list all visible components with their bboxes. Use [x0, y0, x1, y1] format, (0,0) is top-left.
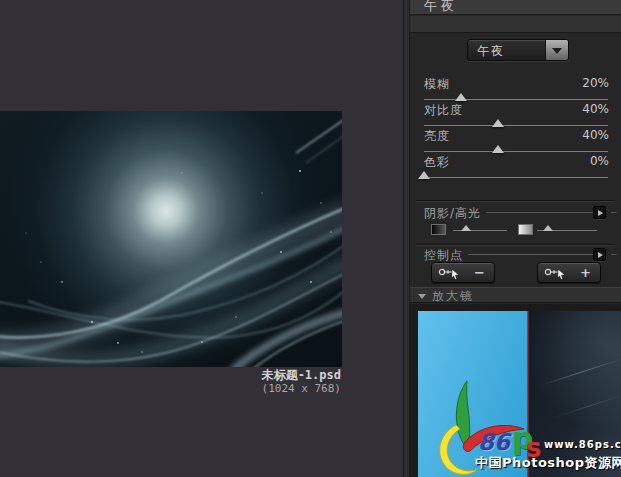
slider-row-color: 色彩 0%	[410, 154, 621, 180]
slider-row-blur: 模糊 20%	[410, 76, 621, 102]
slider-track[interactable]	[424, 145, 608, 153]
shadow-swatch	[431, 224, 446, 235]
minus-icon: −	[474, 265, 485, 280]
control-point-icon	[544, 266, 570, 280]
panel-title-strip	[410, 16, 621, 33]
file-name: 未标题-1.psd	[0, 369, 341, 382]
magnifier-label: 放大镜	[432, 288, 474, 305]
slider-label: 亮度	[424, 128, 450, 145]
chevron-right-icon	[598, 210, 603, 216]
slider-label: 对比度	[424, 102, 463, 119]
remove-control-point-button[interactable]: −	[431, 262, 495, 283]
file-caption: 未标题-1.psd (1024 x 768)	[0, 369, 341, 395]
watermark-86: 86	[478, 429, 510, 455]
slider-track[interactable]	[424, 171, 608, 179]
slider-value: 40%	[582, 102, 609, 116]
slider-handle[interactable]	[418, 171, 430, 179]
light-wisps-art	[0, 111, 342, 367]
slider-value: 40%	[582, 128, 609, 142]
chevron-down-icon	[552, 48, 562, 54]
watermark-url: www.86ps.com	[544, 439, 621, 450]
watermark-site-name: 中国Photoshop资源网	[475, 454, 621, 472]
slider-value: 20%	[582, 76, 609, 90]
panel-content: 午夜 午夜 模糊 20% 对比度 40%	[410, 0, 621, 477]
settings-panel: 午夜 午夜 模糊 20% 对比度 40%	[403, 0, 621, 477]
preset-dropdown-button[interactable]	[545, 40, 568, 60]
loupe-image-half	[528, 311, 621, 477]
slider-handle[interactable]	[492, 119, 504, 127]
shadow-highlight-expand-button[interactable]	[593, 206, 606, 219]
highlight-swatch	[518, 224, 533, 235]
highlight-slider-handle[interactable]	[543, 225, 553, 231]
panel-gutter[interactable]	[403, 0, 410, 477]
panel-title-bar: 午夜	[410, 0, 621, 15]
slider-handle[interactable]	[492, 145, 504, 153]
shadow-slider-handle[interactable]	[461, 225, 471, 231]
chevron-right-icon	[598, 252, 603, 258]
preset-dropdown[interactable]: 午夜	[467, 39, 569, 61]
slider-label: 色彩	[424, 154, 450, 171]
magnifier-header[interactable]: 放大镜	[410, 287, 621, 303]
filter-dialog: 未标题-1.psd (1024 x 768) 午夜 午夜 模糊 20%	[0, 0, 621, 477]
slider-row-contrast: 对比度 40%	[410, 102, 621, 128]
panel-title: 午夜	[424, 0, 458, 15]
magnifier-area: 86 p s www.86ps.com 中国Photoshop资源网	[410, 304, 621, 477]
slider-value: 0%	[590, 154, 609, 168]
divider	[416, 244, 615, 246]
image-preview[interactable]	[0, 111, 342, 367]
shadow-highlight-label: 阴影/高光	[424, 205, 481, 222]
add-control-point-button[interactable]: +	[537, 262, 601, 283]
control-points-expand-button[interactable]	[593, 248, 606, 261]
preset-dropdown-value: 午夜	[477, 43, 505, 60]
plus-icon: +	[580, 265, 591, 280]
slider-label: 模糊	[424, 76, 450, 93]
loupe-preview[interactable]: 86 p s www.86ps.com 中国Photoshop资源网	[418, 311, 621, 477]
slider-track[interactable]	[424, 119, 608, 127]
file-dimensions: (1024 x 768)	[0, 382, 341, 395]
slider-track[interactable]	[424, 93, 608, 101]
slider-row-brightness: 亮度 40%	[410, 128, 621, 154]
slider-handle[interactable]	[455, 93, 467, 101]
control-point-icon	[438, 266, 464, 280]
chevron-down-icon	[418, 294, 426, 299]
divider	[416, 200, 615, 202]
